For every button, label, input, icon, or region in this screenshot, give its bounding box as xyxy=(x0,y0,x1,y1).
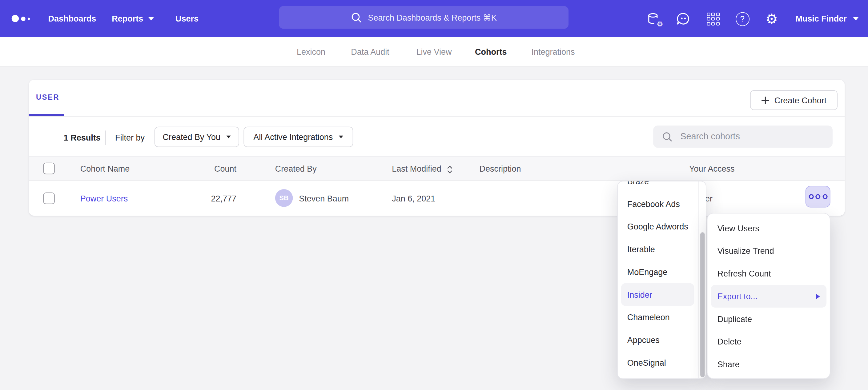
results-count: 1 Results xyxy=(64,133,101,142)
divider xyxy=(29,116,845,117)
plus-icon xyxy=(761,96,770,104)
header-your-access: Your Access xyxy=(689,164,735,173)
app-logo-icon[interactable] xyxy=(12,0,30,37)
global-search-placeholder: Search Dashboards & Reports ⌘K xyxy=(368,12,496,22)
top-nav: Dashboards Reports Users Search Dashboar… xyxy=(0,0,868,37)
global-search-input[interactable]: Search Dashboards & Reports ⌘K xyxy=(279,6,568,29)
tab-user-cohorts[interactable]: USER xyxy=(36,93,59,101)
project-selector[interactable]: Music Finder xyxy=(795,0,858,37)
cohort-search-input[interactable] xyxy=(679,131,820,142)
row-actions-menu: View Users Visualize Trend Refresh Count… xyxy=(707,213,831,379)
project-name: Music Finder xyxy=(795,14,846,23)
creator-name: Steven Baum xyxy=(299,193,349,203)
nav-dashboards[interactable]: Dashboards xyxy=(48,0,96,37)
dot-icon xyxy=(815,194,820,199)
dot-icon xyxy=(809,194,813,199)
nav-reports[interactable]: Reports xyxy=(112,0,154,37)
row-actions-button[interactable] xyxy=(806,186,831,207)
created-by-filter-dropdown[interactable]: Created By You xyxy=(155,127,239,147)
menu-item-visualize-trend[interactable]: Visualize Trend xyxy=(707,239,830,262)
table-header: Cohort Name Count Created By Last Modifi… xyxy=(29,156,845,181)
menu-item-iterable[interactable]: Iterable xyxy=(618,238,706,261)
menu-scrollbar[interactable] xyxy=(700,232,705,377)
cohort-name-link[interactable]: Power Users xyxy=(80,193,128,203)
menu-item-share[interactable]: Share xyxy=(707,353,830,376)
search-icon xyxy=(351,12,362,23)
divider xyxy=(698,182,699,378)
apps-grid-icon[interactable] xyxy=(705,10,721,27)
table-row: Power Users 22,777 SB Steven Baum Jan 6,… xyxy=(29,181,845,216)
tab-live-view[interactable]: Live View xyxy=(416,37,452,66)
dot-icon xyxy=(823,194,827,199)
header-last-modified[interactable]: Last Modified xyxy=(392,164,441,173)
export-destinations-menu: Braze Facebook Ads Google Adwords Iterab… xyxy=(617,181,706,379)
data-management-icon[interactable]: ⚙ xyxy=(646,10,662,27)
row-checkbox[interactable] xyxy=(43,193,55,204)
app-window: Dashboards Reports Users Search Dashboar… xyxy=(0,0,868,390)
header-cohort-name: Cohort Name xyxy=(80,164,130,173)
feedback-chat-icon[interactable] xyxy=(675,10,691,27)
menu-item-export-to[interactable]: Export to... xyxy=(711,285,827,307)
mini-gear-icon: ⚙ xyxy=(657,21,663,28)
menu-item-facebook-ads[interactable]: Facebook Ads xyxy=(618,193,706,215)
chevron-down-icon xyxy=(226,136,231,138)
tab-lexicon[interactable]: Lexicon xyxy=(297,37,326,66)
chevron-down-icon xyxy=(148,17,154,20)
header-description: Description xyxy=(479,164,521,173)
menu-item-google-adwords[interactable]: Google Adwords xyxy=(618,215,706,238)
create-cohort-label: Create Cohort xyxy=(774,95,827,105)
help-icon[interactable]: ? xyxy=(734,10,751,27)
settings-gear-icon[interactable]: ⚙ xyxy=(763,10,780,27)
create-cohort-button[interactable]: Create Cohort xyxy=(750,90,838,110)
submenu-arrow-icon xyxy=(816,293,820,299)
menu-item-view-users[interactable]: View Users xyxy=(707,217,830,239)
user-tab-underline xyxy=(29,114,64,116)
cohorts-card: USER Create Cohort 1 Results Filter by C… xyxy=(29,80,845,216)
tab-data-audit[interactable]: Data Audit xyxy=(351,37,389,66)
last-modified-date: Jan 6, 2021 xyxy=(392,193,435,203)
filter-by-label: Filter by xyxy=(115,133,145,142)
tab-integrations[interactable]: Integrations xyxy=(532,37,575,66)
integrations-filter-dropdown[interactable]: All Active Integrations xyxy=(244,127,353,147)
header-created-by: Created By xyxy=(275,164,317,173)
menu-item-moengage[interactable]: MoEngage xyxy=(618,261,706,283)
creator-avatar: SB xyxy=(275,189,293,207)
search-icon xyxy=(662,131,673,142)
menu-item-duplicate[interactable]: Duplicate xyxy=(707,307,830,330)
section-tabs: Lexicon Data Audit Live View Cohorts Int… xyxy=(0,37,868,66)
menu-item-onesignal[interactable]: OneSignal xyxy=(618,351,706,374)
header-count: Count xyxy=(195,164,237,173)
chevron-down-icon xyxy=(853,17,859,20)
menu-item-braze[interactable]: Braze xyxy=(618,181,706,193)
sort-icon[interactable] xyxy=(446,165,453,174)
cohort-count: 22,777 xyxy=(195,193,237,203)
menu-item-insider[interactable]: Insider xyxy=(621,283,694,306)
chevron-down-icon xyxy=(339,136,343,138)
menu-item-delete[interactable]: Delete xyxy=(707,330,830,353)
cohort-search-box[interactable] xyxy=(653,126,833,148)
select-all-checkbox[interactable] xyxy=(43,163,55,174)
menu-item-chameleon[interactable]: Chameleon xyxy=(618,306,706,329)
divider xyxy=(105,130,106,145)
tab-cohorts[interactable]: Cohorts xyxy=(475,37,507,66)
menu-item-appcues[interactable]: Appcues xyxy=(618,328,706,351)
nav-users[interactable]: Users xyxy=(176,0,198,37)
menu-item-refresh-count[interactable]: Refresh Count xyxy=(707,262,830,285)
